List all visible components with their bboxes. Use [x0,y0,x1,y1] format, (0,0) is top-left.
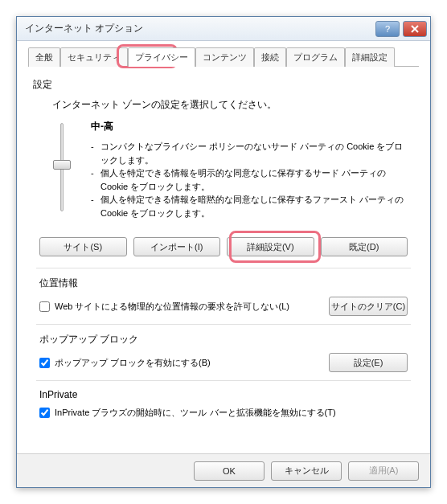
internet-options-window: インターネット オプション ? 全般 セキュリティ プライバシー コンテンツ 接… [16,16,431,488]
titlebar: インターネット オプション ? [17,17,430,41]
tab-general[interactable]: 全般 [28,47,60,67]
apply-button[interactable]: 適用(A) [348,461,419,481]
tab-privacy[interactable]: プライバシー [128,47,195,67]
content-area: 全般 セキュリティ プライバシー コンテンツ 接続 プログラム 詳細設定 設定 … [17,41,430,453]
inprivate-disable-label[interactable]: InPrivate ブラウズの開始時に、ツール バーと拡張機能を無効にする(T) [39,407,408,419]
location-deny-label[interactable]: Web サイトによる物理的な位置情報の要求を許可しない(L) [39,301,322,313]
clear-sites-button[interactable]: サイトのクリア(C) [329,297,408,316]
window-title: インターネット オプション [25,22,372,35]
cancel-button[interactable]: キャンセル [271,461,342,481]
settings-desc: インターネット ゾーンの設定を選択してください。 [43,98,414,112]
inprivate-disable-checkbox[interactable] [39,408,50,418]
import-button[interactable]: インポート(I) [133,237,221,256]
bullet-2: 個人を特定できる情報を明示的な同意なしに保存するサード パーティの Cookie… [100,166,406,193]
help-button[interactable]: ? [375,21,400,37]
close-button[interactable] [403,21,427,37]
popup-enable-checkbox[interactable] [39,358,50,368]
sites-button[interactable]: サイト(S) [39,237,127,256]
popup-enable-label[interactable]: ポップアップ ブロックを有効にする(B) [39,357,322,369]
ok-button[interactable]: OK [194,461,265,481]
settings-heading: 設定 [33,78,414,92]
privacy-slider[interactable] [52,123,72,211]
popup-settings-button[interactable]: 設定(E) [329,353,408,372]
slider-thumb[interactable] [53,160,71,170]
bullet-1: コンパクトなプライバシー ポリシーのないサード パーティの Cookie をブロ… [100,140,406,166]
tab-content[interactable]: コンテンツ [195,47,254,67]
advanced-settings-button[interactable]: 詳細設定(V) [227,237,314,256]
dialog-footer: OK キャンセル 適用(A) [17,453,430,487]
tab-security[interactable]: セキュリティ [60,47,128,67]
privacy-level-desc: -コンパクトなプライバシー ポリシーのないサード パーティの Cookie をブ… [91,140,414,219]
popup-heading: ポップアップ ブロック [39,333,408,346]
tab-bar: 全般 セキュリティ プライバシー コンテンツ 接続 プログラム 詳細設定 [28,47,419,67]
location-heading: 位置情報 [39,277,408,290]
tab-connections[interactable]: 接続 [254,47,286,67]
bullet-3: 個人を特定できる情報を暗黙的な同意なしに保存するファースト パーティの Cook… [100,193,406,219]
default-button[interactable]: 既定(D) [321,237,408,256]
inprivate-heading: InPrivate [39,389,408,400]
tab-programs[interactable]: プログラム [286,47,345,67]
tab-advanced[interactable]: 詳細設定 [345,47,395,67]
location-deny-checkbox[interactable] [39,301,50,312]
close-icon [411,25,419,33]
privacy-level-name: 中-高 [91,120,414,133]
